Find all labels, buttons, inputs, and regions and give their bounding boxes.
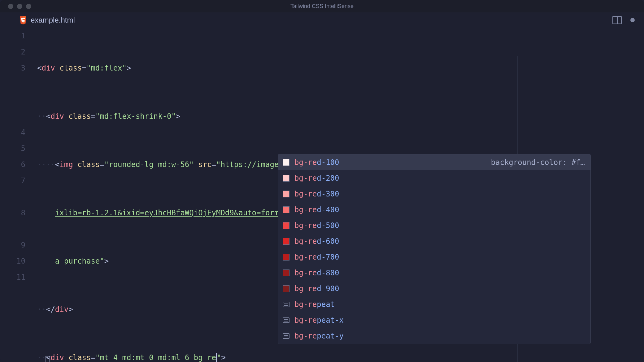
intellisense-label: bg-red-600 (294, 237, 339, 246)
line-number (0, 76, 25, 124)
color-swatch-icon (283, 254, 289, 261)
close-window-button[interactable] (8, 4, 13, 9)
intellisense-item[interactable]: bg-red-200 (278, 170, 590, 186)
window-title: Tailwind CSS IntelliSense (290, 3, 354, 10)
property-icon (283, 302, 289, 307)
html-file-icon (19, 16, 27, 24)
editor-window: Tailwind CSS IntelliSense example.html 1… (0, 0, 644, 362)
tab-filename: example.html (31, 16, 75, 24)
line-number: 1 (0, 28, 25, 44)
code-line: ··<div class="md:flex-shrink-0"> (37, 108, 635, 124)
intellisense-label: bg-red-100 (294, 158, 339, 167)
zoom-window-button[interactable] (26, 4, 31, 9)
intellisense-label: bg-red-300 (294, 190, 339, 198)
intellisense-item[interactable]: bg-repeat-x (278, 312, 590, 328)
color-swatch-icon (283, 175, 289, 182)
color-swatch-icon (283, 159, 289, 166)
intellisense-label: bg-repeat-y (294, 332, 344, 340)
color-swatch-icon (283, 285, 289, 292)
line-number: 3 (0, 60, 25, 76)
line-number: 6 (0, 157, 25, 173)
intellisense-item[interactable]: bg-red-300 (278, 186, 590, 202)
intellisense-label: bg-red-700 (294, 253, 339, 261)
line-number: 11 (0, 269, 25, 285)
intellisense-item[interactable]: bg-red-800 (278, 265, 590, 281)
line-number: 9 (0, 237, 25, 253)
titlebar: Tailwind CSS IntelliSense (0, 0, 644, 12)
intellisense-item[interactable]: bg-red-400 (278, 202, 590, 218)
intellisense-detail: background-color: #f… (491, 158, 585, 167)
color-swatch-icon (283, 206, 289, 213)
code-line: <div class="md:flex"> (37, 60, 635, 76)
tab-actions (612, 16, 635, 24)
line-number: 7 (0, 173, 25, 205)
color-swatch-icon (283, 222, 289, 229)
split-editor-icon[interactable] (612, 16, 622, 24)
intellisense-label: bg-repeat (294, 300, 335, 309)
traffic-lights (0, 4, 31, 9)
color-swatch-icon (283, 269, 289, 276)
line-number: 5 (0, 140, 25, 157)
intellisense-item[interactable]: bg-red-900 (278, 281, 590, 296)
intellisense-item[interactable]: bg-red-100background-color: #f… (278, 154, 590, 170)
intellisense-item[interactable]: bg-repeat-y (278, 328, 590, 344)
line-number: 4 (0, 124, 25, 140)
file-tab[interactable]: example.html (12, 12, 82, 28)
color-swatch-icon (283, 238, 289, 245)
intellisense-label: bg-red-900 (294, 284, 339, 293)
intellisense-item[interactable]: bg-red-700 (278, 249, 590, 265)
line-number: 8 (0, 205, 25, 237)
property-icon (283, 317, 289, 323)
dirty-indicator-icon[interactable] (630, 18, 635, 22)
intellisense-item[interactable]: bg-repeat (278, 296, 590, 312)
intellisense-item[interactable]: bg-red-600 (278, 233, 590, 249)
intellisense-item[interactable]: bg-red-500 (278, 218, 590, 233)
code-line: ··<div class="mt-4 md:mt-0 md:ml-6 bg-re… (37, 350, 635, 362)
intellisense-label: bg-red-200 (294, 174, 339, 183)
minimize-window-button[interactable] (17, 4, 22, 9)
intellisense-label: bg-red-800 (294, 269, 339, 277)
intellisense-label: bg-red-400 (294, 205, 339, 214)
intellisense-label: bg-red-500 (294, 221, 339, 230)
tab-bar: example.html (0, 12, 644, 28)
line-number-gutter: 1 2 3 4 5 6 7 8 9 10 11 (0, 28, 37, 362)
intellisense-popup: bg-red-100background-color: #f…bg-red-20… (278, 154, 591, 344)
line-number: 10 (0, 253, 25, 269)
property-icon (283, 333, 289, 339)
color-swatch-icon (283, 191, 289, 197)
intellisense-label: bg-repeat-x (294, 316, 344, 325)
line-number: 2 (0, 44, 25, 60)
